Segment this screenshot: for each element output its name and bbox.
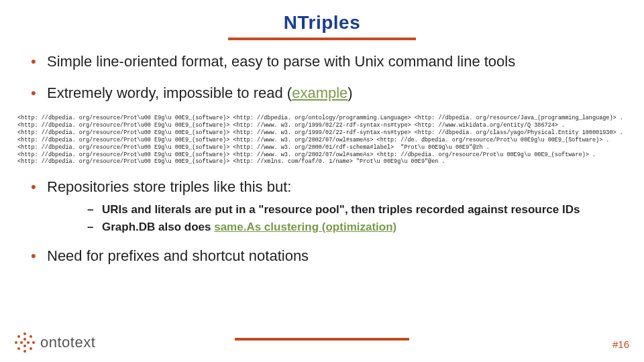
- logo: ontotext: [15, 333, 95, 353]
- bullet-text: Repositories store triples like this but…: [47, 178, 291, 195]
- bullet-text: Simple line-oriented format, easy to par…: [47, 53, 515, 70]
- bullet-text: Extremely wordy, impossible to read (: [47, 84, 292, 101]
- bullet-text: ): [347, 84, 352, 101]
- title-wrap: NTriples: [15, 12, 629, 34]
- logo-icon: [15, 333, 35, 353]
- bullet-list-2: Repositories store triples like this but…: [15, 178, 629, 265]
- bullet-item: Need for prefixes and shortcut notations: [28, 247, 629, 266]
- example-link[interactable]: example: [292, 84, 347, 101]
- bullet-item: Repositories store triples like this but…: [28, 178, 629, 235]
- bullet-item: Simple line-oriented format, easy to par…: [28, 52, 629, 72]
- slide: NTriples Simple line-oriented format, ea…: [0, 0, 644, 362]
- sameas-link[interactable]: same.As clustering (optimization): [214, 221, 396, 233]
- sub-bullet-item: URIs and literals are put in a "resource…: [87, 202, 629, 217]
- sub-bullet-text: Graph.DB also does: [102, 221, 214, 233]
- bullet-item: Extremely wordy, impossible to read (exa…: [28, 84, 629, 103]
- slide-title: NTriples: [284, 12, 360, 34]
- bullet-list: Simple line-oriented format, easy to par…: [15, 52, 629, 103]
- code-block: <http: //dbpedia. org/resource/Prot\u00 …: [17, 115, 629, 166]
- sub-bullet-text: URIs and literals are put in a "resource…: [102, 203, 580, 216]
- sub-bullet-item: Graph.DB also does same.As clustering (o…: [87, 220, 629, 235]
- title-underline: [228, 38, 416, 40]
- footer-rule: [235, 338, 409, 341]
- page-number: #16: [612, 339, 629, 350]
- logo-text: ontotext: [40, 334, 95, 351]
- footer: ontotext #16: [0, 324, 644, 353]
- bullet-text: Need for prefixes and shortcut notations: [47, 247, 309, 264]
- sub-bullet-list: URIs and literals are put in a "resource…: [47, 202, 629, 235]
